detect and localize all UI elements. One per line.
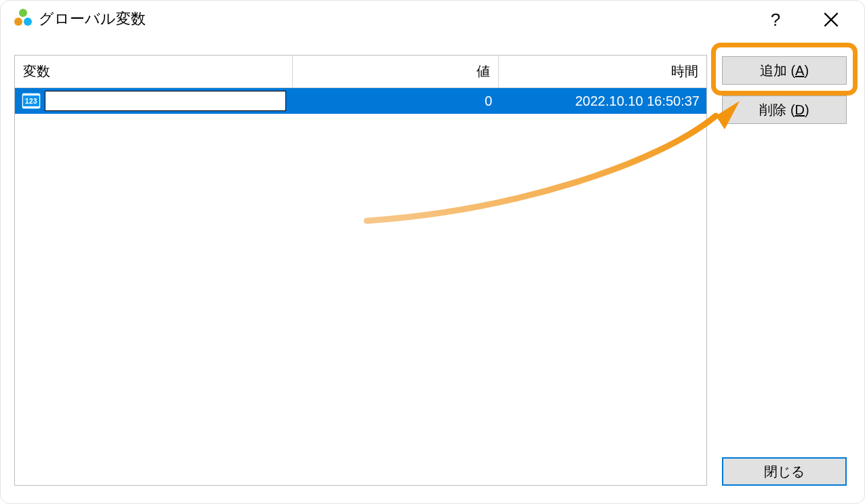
add-button[interactable]: 追加 (A) [722,56,847,85]
delete-button[interactable]: 削除 (D) [722,96,847,124]
column-header-time[interactable]: 時間 [499,56,706,88]
column-header-value[interactable]: 値 [293,56,499,88]
title-bar: グローバル変数 ? [1,1,864,39]
table-row[interactable]: 123 0 2022.10.10 16:50:37 [15,88,706,114]
app-icon [14,9,32,26]
help-button[interactable]: ? [752,1,799,39]
column-header-variable[interactable]: 変数 [15,56,293,88]
dialog-window: グローバル変数 ? 変数 値 時間 123 0 2022.10.10 16:50… [0,0,865,504]
grid-header-row: 変数 値 時間 [15,56,706,88]
close-window-button[interactable] [807,1,855,39]
cell-value: 0 [293,88,499,114]
variable-name-input[interactable] [45,91,286,111]
close-button-label: 閉じる [764,463,805,481]
close-button[interactable]: 閉じる [722,457,847,486]
delete-button-hotkey: D [795,102,805,118]
close-icon [824,12,839,27]
window-title: グローバル変数 [39,9,146,29]
number-type-icon: 123 [22,93,41,109]
add-button-hotkey: A [795,63,804,79]
add-button-label: 追加 ( [760,62,795,80]
variables-grid: 変数 値 時間 123 0 2022.10.10 16:50:37 [14,55,707,486]
delete-button-label: 削除 ( [759,101,794,119]
cell-time: 2022.10.10 16:50:37 [499,88,706,114]
